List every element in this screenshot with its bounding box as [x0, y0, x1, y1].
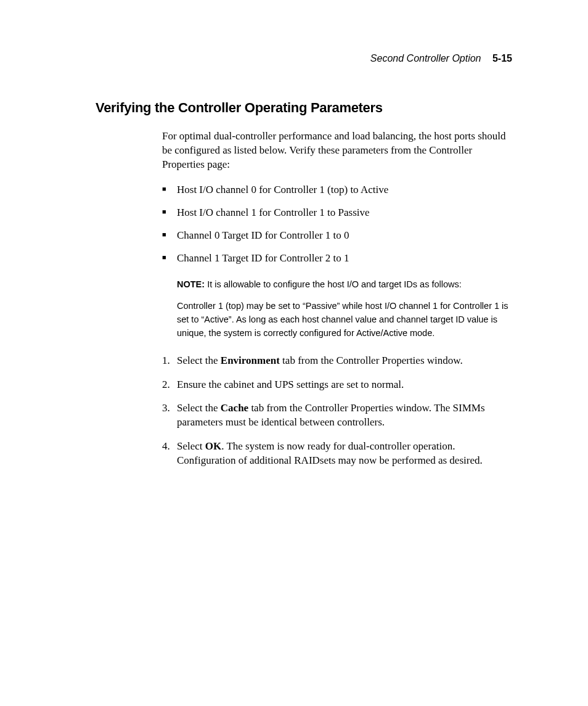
- step-text: Select: [177, 440, 205, 452]
- section-title: Verifying the Controller Operating Param…: [96, 100, 523, 116]
- list-item: Channel 0 Target ID for Controller 1 to …: [162, 229, 514, 243]
- step-text: Ensure the cabinet and UPS settings are …: [177, 379, 404, 390]
- note-label: NOTE:: [177, 279, 205, 289]
- step-text: Select the: [177, 402, 221, 414]
- note-text: Controller 1 (top) may be set to: [177, 301, 303, 311]
- note-line-2: Controller 1 (top) may be set to “Passiv…: [177, 300, 514, 340]
- step-text: . The system is now ready for dual-contr…: [177, 440, 483, 466]
- intro-paragraph: For optimal dual-controller performance …: [162, 129, 514, 172]
- list-item: Host I/O channel 0 for Controller 1 (top…: [162, 183, 514, 197]
- list-item: Channel 1 Target ID for Controller 2 to …: [162, 252, 514, 266]
- content-block: For optimal dual-controller performance …: [162, 129, 523, 468]
- step-bold: Cache: [221, 402, 248, 414]
- list-item: Select the Cache tab from the Controller…: [162, 401, 514, 430]
- note-line-1: NOTE: It is allowable to configure the h…: [177, 278, 514, 292]
- note-text: It is allowable to configure the host I/…: [205, 279, 462, 289]
- note-quote: “Active”: [202, 314, 232, 324]
- list-item: Host I/O channel 1 for Controller 1 to P…: [162, 206, 514, 220]
- note-quote: “Passive”: [303, 301, 340, 311]
- list-item: Select the Environment tab from the Cont…: [162, 354, 514, 368]
- document-page: Second Controller Option 5-15 Verifying …: [0, 0, 588, 468]
- page-header: Second Controller Option 5-15: [96, 53, 523, 64]
- step-bold: Environment: [221, 355, 280, 366]
- header-title: Second Controller Option: [370, 53, 481, 64]
- list-item: Ensure the cabinet and UPS settings are …: [162, 378, 514, 392]
- step-text: tab from the Controller Properties windo…: [280, 355, 463, 366]
- step-bold: OK: [205, 440, 221, 452]
- note-block: NOTE: It is allowable to configure the h…: [177, 278, 514, 340]
- list-item: Select OK. The system is now ready for d…: [162, 440, 514, 468]
- numbered-list: Select the Environment tab from the Cont…: [162, 354, 514, 469]
- step-text: Select the: [177, 355, 221, 366]
- bullet-list: Host I/O channel 0 for Controller 1 (top…: [162, 183, 514, 266]
- header-page-number: 5-15: [492, 53, 512, 64]
